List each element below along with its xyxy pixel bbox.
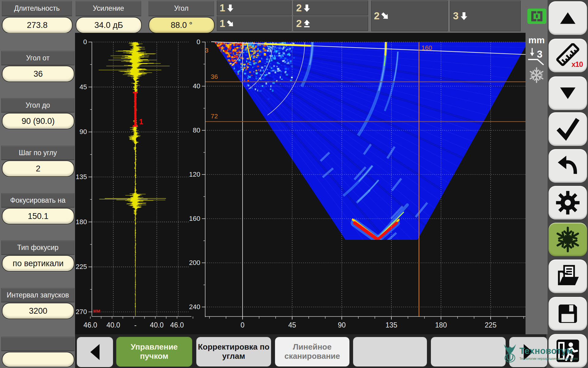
scroll-up-button[interactable] — [548, 1, 587, 35]
arrow-down-icon — [302, 3, 311, 13]
svg-text:225: 225 — [76, 263, 87, 270]
checkmark-icon — [555, 117, 581, 141]
snowflake-icon — [528, 67, 545, 83]
svg-text:-: - — [134, 321, 137, 329]
beam-2-up-button[interactable]: 2 — [293, 16, 368, 31]
duration-label: Длительность — [2, 1, 72, 16]
tab-beam-control[interactable]: Управление пучком — [116, 337, 192, 367]
svg-text:90: 90 — [80, 128, 87, 136]
freeze-button[interactable] — [548, 222, 587, 257]
angle-from-label: Угол от — [1, 51, 74, 65]
focus-at-value[interactable]: 150.1 — [2, 208, 74, 224]
open-folder-icon — [555, 264, 581, 289]
svg-text:45: 45 — [288, 321, 296, 329]
freeze-status-indicator — [528, 67, 546, 84]
svg-text:3: 3 — [537, 49, 542, 60]
arrow-down-right-icon — [380, 11, 390, 21]
probe-skip-indicator: 3 — [527, 47, 547, 66]
ascan-sscan-plots[interactable]: 3672160304080120160200240045901351802250… — [75, 33, 546, 334]
beam-2-down-button[interactable]: 2 — [293, 1, 368, 15]
tab-angle-correction[interactable]: Корректировка по углам — [196, 337, 271, 367]
svg-text:46.0: 46.0 — [84, 321, 97, 329]
nav-forward-button[interactable] — [509, 337, 548, 367]
svg-text:0: 0 — [241, 321, 245, 329]
svg-text:120: 120 — [189, 171, 200, 178]
arrow-right-icon — [524, 344, 533, 360]
focus-type-value[interactable]: по вертикали — [2, 255, 74, 272]
svg-text:72: 72 — [211, 113, 218, 120]
arrow-down-icon — [459, 11, 469, 21]
angle-step-value[interactable]: 2 — [2, 160, 74, 177]
svg-text:200: 200 — [189, 259, 200, 266]
beam-1-number: 1 — [220, 18, 225, 29]
gain-label: Усиление — [76, 1, 141, 16]
svg-text:40: 40 — [193, 82, 200, 90]
svg-text:180: 180 — [76, 218, 87, 226]
triangle-up-icon — [556, 9, 579, 27]
save-button[interactable] — [548, 297, 587, 331]
measure-x10-button[interactable]: x10 — [548, 38, 587, 73]
coupling-icon — [529, 10, 545, 23]
units-indicator: mm — [527, 35, 546, 45]
svg-text:160: 160 — [421, 44, 432, 51]
beam-3-number: 3 — [453, 10, 458, 22]
probe-skip-icon: 3 — [527, 47, 547, 66]
svg-text:180: 180 — [435, 321, 447, 329]
beam-1-down-button[interactable]: 1 — [217, 1, 292, 15]
arrow-down-right-icon — [226, 19, 235, 28]
beam-2-diagonal-button[interactable]: 2 — [371, 1, 448, 31]
beam-3-down-button[interactable]: 3 — [450, 1, 521, 31]
svg-text:80: 80 — [193, 126, 200, 134]
angle-to-label: Угол до — [1, 98, 74, 113]
confirm-button[interactable] — [548, 112, 587, 146]
svg-text:40.0: 40.0 — [150, 321, 164, 329]
ut-flaw-detector-screen: { "top_bar": { "params": [ {"label": "Дл… — [0, 0, 588, 368]
angle-step-label: Шаг по углу — [1, 146, 74, 160]
snowflake-icon — [555, 227, 581, 252]
exit-running-man-icon — [555, 338, 581, 364]
focus-at-label: Фокусировать на — [1, 193, 74, 208]
undo-arrow-icon — [555, 154, 581, 178]
svg-text:40.0: 40.0 — [107, 321, 120, 329]
svg-text:240: 240 — [189, 303, 200, 311]
tab-linear-scan[interactable]: Линейное сканирование — [275, 337, 350, 367]
svg-text:225: 225 — [485, 321, 496, 329]
beam-1-number: 1 — [220, 2, 225, 14]
svg-text:1: 1 — [139, 117, 143, 126]
svg-text:45: 45 — [80, 83, 87, 91]
svg-text:160: 160 — [189, 215, 200, 222]
svg-text:36: 36 — [211, 73, 218, 80]
angle-to-value[interactable]: 90 (90.0) — [2, 113, 74, 129]
beam-1-diagonal-button[interactable]: 1 — [217, 16, 292, 31]
focus-type-label: Тип фокусир — [1, 240, 74, 255]
settings-button[interactable] — [548, 186, 587, 220]
tab-empty-2[interactable] — [431, 337, 506, 367]
empty-param-value[interactable] — [2, 352, 74, 367]
duration-value[interactable]: 273.8 — [2, 17, 73, 33]
tab-empty-1[interactable] — [353, 337, 427, 367]
svg-text:мм: мм — [93, 308, 100, 313]
svg-text:0: 0 — [83, 38, 87, 46]
scroll-down-button[interactable] — [548, 76, 587, 110]
svg-text:0: 0 — [197, 38, 200, 46]
open-file-button[interactable] — [548, 259, 587, 293]
gear-icon — [555, 190, 580, 215]
triangle-down-icon — [556, 84, 579, 102]
undo-button[interactable] — [548, 149, 587, 183]
angle-from-value[interactable]: 36 — [2, 66, 74, 82]
angle-label: Угол — [149, 1, 214, 16]
nav-back-button[interactable] — [77, 337, 113, 367]
arrow-down-icon — [226, 3, 235, 13]
svg-text:90: 90 — [338, 321, 346, 329]
floppy-disk-icon — [555, 301, 580, 326]
beam-2-number: 2 — [296, 2, 302, 14]
svg-text:46.0: 46.0 — [170, 321, 184, 329]
empty-param-label — [1, 337, 74, 351]
arrow-up-to-line-icon — [302, 19, 311, 28]
probe-coupling-indicator — [527, 9, 546, 24]
gain-value[interactable]: 34.0 дБ — [76, 17, 142, 33]
exit-button[interactable] — [548, 334, 587, 368]
beam-2-number: 2 — [296, 18, 302, 29]
trigger-interval-value[interactable]: 3200 — [2, 303, 74, 319]
angle-value[interactable]: 88.0 ° — [149, 17, 215, 33]
